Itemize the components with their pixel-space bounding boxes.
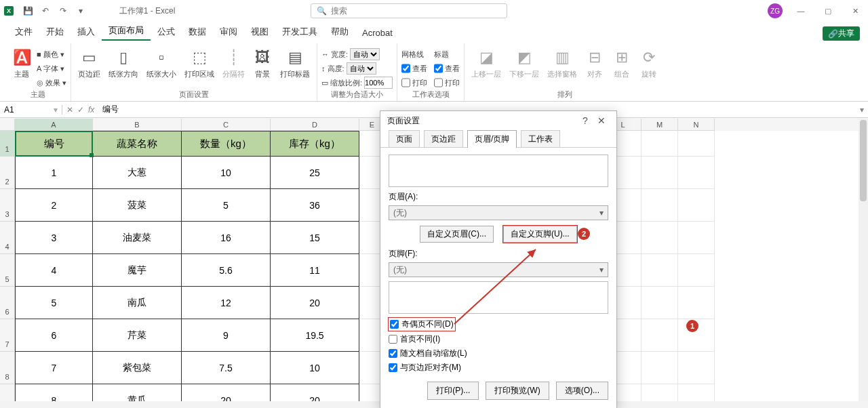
data-cell[interactable]: 10 <box>271 352 359 384</box>
accept-formula-icon[interactable]: ✓ <box>77 105 84 115</box>
header-cell[interactable]: 蔬菜名称 <box>93 131 182 157</box>
data-cell[interactable]: 6 <box>15 319 93 352</box>
data-cell[interactable]: 5 <box>182 189 271 222</box>
column-header-B[interactable]: B <box>93 119 182 131</box>
empty-cell[interactable] <box>678 131 715 157</box>
data-cell[interactable]: 4 <box>15 254 93 287</box>
column-header-D[interactable]: D <box>271 119 359 131</box>
dialog-tab-sheet[interactable]: 工作表 <box>521 130 560 148</box>
breaks-button[interactable]: ┊分隔符 <box>220 46 248 81</box>
data-cell[interactable]: 36 <box>271 189 359 222</box>
data-cell[interactable]: 大葱 <box>93 157 182 189</box>
data-cell[interactable]: 3 <box>15 222 93 254</box>
rotate-button[interactable]: ⟳旋转 <box>637 46 661 81</box>
empty-cell[interactable] <box>642 254 678 287</box>
headings-view[interactable]: 查看 <box>434 62 460 75</box>
headings-print[interactable]: 打印 <box>434 76 460 89</box>
group-button[interactable]: ⊞组合 <box>610 46 634 81</box>
data-cell[interactable]: 7 <box>15 352 93 384</box>
scale-doc-check[interactable]: 随文档自动缩放(L) <box>389 348 608 359</box>
row-header[interactable]: 5 <box>0 254 15 287</box>
orientation-button[interactable]: ▯纸张方向 <box>106 46 141 81</box>
gridlines-view[interactable]: 查看 <box>401 62 427 75</box>
undo-icon[interactable]: ↶ <box>39 5 52 17</box>
custom-footer-button[interactable]: 自定义页脚(U)... <box>503 226 577 243</box>
row-header[interactable]: 3 <box>0 189 15 222</box>
row-header[interactable]: 4 <box>0 222 15 254</box>
custom-header-button[interactable]: 自定义页眉(C)... <box>420 226 494 243</box>
row-header[interactable]: 6 <box>0 287 15 319</box>
data-cell[interactable]: 10 <box>182 157 271 189</box>
data-cell[interactable]: 9 <box>182 319 271 352</box>
scale-ratio[interactable]: ▭ 缩放比例: <box>321 76 393 89</box>
header-select[interactable]: (无)▾ <box>389 205 608 220</box>
data-cell[interactable]: 2 <box>15 189 93 222</box>
tab-review[interactable]: 审阅 <box>213 23 244 41</box>
scale-height[interactable]: ↕ 高度: 自动 <box>321 62 393 75</box>
odd-even-check[interactable]: 奇偶页不同(D) <box>389 318 455 331</box>
select-all-corner[interactable] <box>0 119 15 131</box>
data-cell[interactable]: 南瓜 <box>93 287 182 319</box>
data-cell[interactable]: 紫包菜 <box>93 352 182 384</box>
send-backward-button[interactable]: ◩下移一层 <box>507 46 542 81</box>
data-cell[interactable]: 11 <box>271 254 359 287</box>
tab-acrobat[interactable]: Acrobat <box>355 25 399 41</box>
print-preview-button[interactable]: 打印预览(W) <box>486 382 549 400</box>
redo-icon[interactable]: ↷ <box>57 5 69 17</box>
empty-cell[interactable] <box>642 287 678 319</box>
column-header-N[interactable]: N <box>678 119 715 131</box>
dialog-tab-header-footer[interactable]: 页眉/页脚 <box>467 130 517 148</box>
scale-width[interactable]: ↔ 宽度: 自动 <box>321 47 393 61</box>
data-cell[interactable]: 25 <box>271 157 359 189</box>
column-header-A[interactable]: A <box>15 119 93 131</box>
tab-data[interactable]: 数据 <box>182 23 213 41</box>
data-cell[interactable]: 7.5 <box>182 352 271 384</box>
selection-pane-button[interactable]: ▥选择窗格 <box>545 46 580 81</box>
empty-cell[interactable] <box>642 319 678 352</box>
empty-cell[interactable] <box>642 222 678 254</box>
size-button[interactable]: ▫纸张大小 <box>144 46 179 81</box>
empty-cell[interactable] <box>678 287 715 319</box>
data-cell[interactable]: 19.5 <box>271 319 359 352</box>
print-titles-button[interactable]: ▤打印标题 <box>277 46 313 81</box>
qat-more-icon[interactable]: ▾ <box>75 5 87 17</box>
theme-fonts[interactable]: A 字体 ▾ <box>37 62 66 75</box>
maximize-button[interactable]: ▢ <box>819 3 837 18</box>
themes-button[interactable]: 🅰️主题 <box>9 46 34 81</box>
tab-formulas[interactable]: 公式 <box>151 23 182 41</box>
print-button[interactable]: 打印(P)... <box>427 382 479 400</box>
scrollbar-thumb[interactable] <box>860 120 867 201</box>
tab-developer[interactable]: 开发工具 <box>275 23 324 41</box>
tab-home[interactable]: 开始 <box>39 23 71 41</box>
row-header[interactable]: 8 <box>0 352 15 384</box>
data-cell[interactable]: 黄瓜 <box>93 384 182 401</box>
bring-forward-button[interactable]: ◪上移一层 <box>469 46 504 81</box>
data-cell[interactable]: 1 <box>15 157 93 189</box>
theme-colors[interactable]: ■ 颜色 ▾ <box>37 47 66 61</box>
tab-page-layout[interactable]: 页面布局 <box>102 22 151 41</box>
share-button[interactable]: 🔗 共享 <box>823 26 860 41</box>
data-cell[interactable]: 20 <box>182 384 271 401</box>
row-header[interactable]: 7 <box>0 319 15 352</box>
row-header[interactable]: 9 <box>0 384 15 401</box>
column-header-C[interactable]: C <box>182 119 271 131</box>
data-cell[interactable]: 12 <box>182 287 271 319</box>
margins-button[interactable]: ▭页边距 <box>75 46 103 81</box>
column-header-M[interactable]: M <box>642 119 678 131</box>
empty-cell[interactable] <box>678 222 715 254</box>
empty-cell[interactable] <box>678 157 715 189</box>
header-cell[interactable]: 编号 <box>15 131 93 157</box>
data-cell[interactable]: 魔芋 <box>93 254 182 287</box>
data-cell[interactable]: 15 <box>271 222 359 254</box>
data-cell[interactable]: 芹菜 <box>93 319 182 352</box>
data-cell[interactable]: 8 <box>15 384 93 401</box>
tab-insert[interactable]: 插入 <box>71 23 102 41</box>
data-cell[interactable]: 16 <box>182 222 271 254</box>
empty-cell[interactable] <box>678 254 715 287</box>
tab-file[interactable]: 文件 <box>8 23 39 41</box>
vertical-scrollbar[interactable] <box>859 119 868 401</box>
data-cell[interactable]: 20 <box>271 287 359 319</box>
data-cell[interactable]: 20 <box>271 384 359 401</box>
gridlines-print[interactable]: 打印 <box>401 76 427 89</box>
data-cell[interactable]: 油麦菜 <box>93 222 182 254</box>
